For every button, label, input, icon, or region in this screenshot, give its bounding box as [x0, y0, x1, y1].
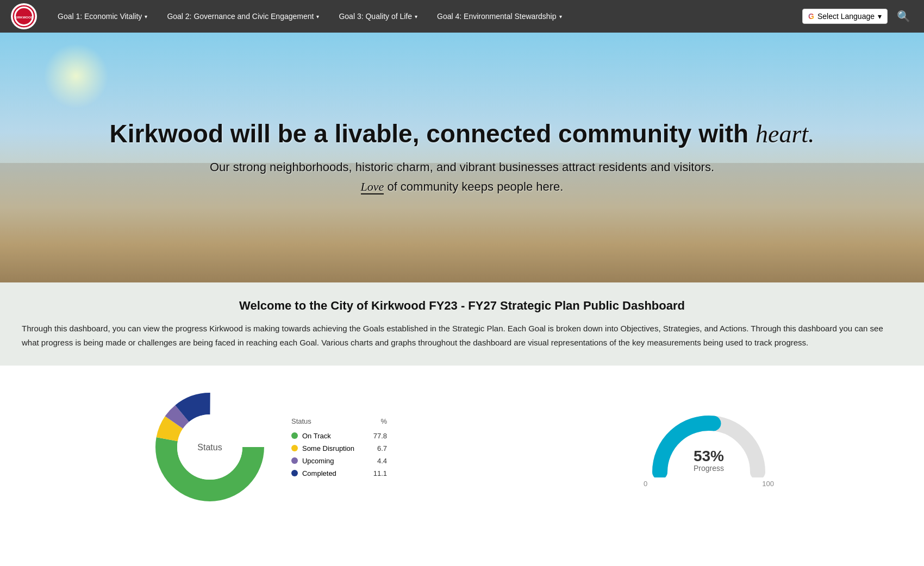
legend-item-ontrack: On Track 77.8: [291, 432, 387, 440]
legend-dot-disruption: [291, 445, 298, 451]
legend-dot-ontrack: [291, 432, 298, 439]
gauge-svg: 53% Progress: [644, 407, 774, 477]
info-body: Through this dashboard, you can view the…: [22, 322, 902, 349]
hero-heart-word: heart.: [756, 120, 815, 148]
donut-chart: Status: [150, 387, 270, 507]
logo[interactable]: KIRKWOOD: [11, 3, 37, 29]
donut-chart-container: Status Status % On Track 77.8 Some Disru…: [150, 387, 387, 507]
info-section: Welcome to the City of Kirkwood FY23 - F…: [0, 282, 924, 366]
donut-center-label: Status: [197, 443, 222, 452]
legend-item-completed: Completed 11.1: [291, 469, 387, 477]
gauge-percent-text: 53%: [694, 448, 724, 464]
nav-links: Goal 1: Economic Vitality ▾ Goal 2: Gove…: [48, 12, 802, 21]
chevron-down-icon: ▾: [145, 14, 147, 20]
nav-right: G Select Language ▾ 🔍: [802, 7, 913, 26]
logo-image: KIRKWOOD: [12, 4, 36, 28]
hero-text: Kirkwood will be a livable, connected co…: [98, 108, 825, 207]
gauge-chart-container: 53% Progress 0 100: [644, 407, 774, 488]
hero-section: Kirkwood will be a livable, connected co…: [0, 33, 924, 282]
hero-subtitle2: Love of community keeps people here.: [109, 177, 814, 196]
info-title: Welcome to the City of Kirkwood FY23 - F…: [22, 299, 902, 313]
gauge-wrap: 53% Progress: [644, 407, 774, 477]
google-g-icon: G: [808, 12, 814, 21]
legend-dot-completed: [291, 470, 298, 476]
chevron-down-icon: ▾: [415, 14, 417, 20]
dropdown-arrow-icon: ▾: [878, 12, 882, 21]
donut-legend: Status % On Track 77.8 Some Disruption 6…: [291, 417, 387, 477]
hero-love-word: Love: [361, 180, 384, 194]
language-selector[interactable]: G Select Language ▾: [802, 9, 888, 24]
chevron-down-icon: ▾: [316, 14, 319, 20]
gauge-label-text: Progress: [694, 464, 724, 473]
nav-item-goal4[interactable]: Goal 4: Environmental Stewardship ▾: [427, 12, 571, 21]
hero-subtitle1: Our strong neighborhoods, historic charm…: [109, 158, 814, 177]
legend-item-upcoming: Upcoming 4.4: [291, 457, 387, 465]
donut-svg: Status: [150, 387, 270, 507]
legend-item-disruption: Some Disruption 6.7: [291, 444, 387, 452]
main-nav: KIRKWOOD Goal 1: Economic Vitality ▾ Goa…: [0, 0, 924, 33]
legend-header: Status %: [291, 417, 387, 425]
search-button[interactable]: 🔍: [894, 7, 913, 26]
hero-title: Kirkwood will be a livable, connected co…: [109, 119, 814, 149]
nav-item-goal3[interactable]: Goal 3: Quality of Life ▾: [329, 12, 427, 21]
svg-text:KIRKWOOD: KIRKWOOD: [15, 16, 34, 19]
nav-item-goal1[interactable]: Goal 1: Economic Vitality ▾: [48, 12, 157, 21]
chevron-down-icon: ▾: [559, 14, 562, 20]
nav-item-goal2[interactable]: Goal 2: Governance and Civic Engagement …: [157, 12, 329, 21]
legend-dot-upcoming: [291, 457, 298, 464]
gauge-labels: 0 100: [644, 480, 774, 488]
charts-section: Status Status % On Track 77.8 Some Disru…: [0, 366, 924, 529]
